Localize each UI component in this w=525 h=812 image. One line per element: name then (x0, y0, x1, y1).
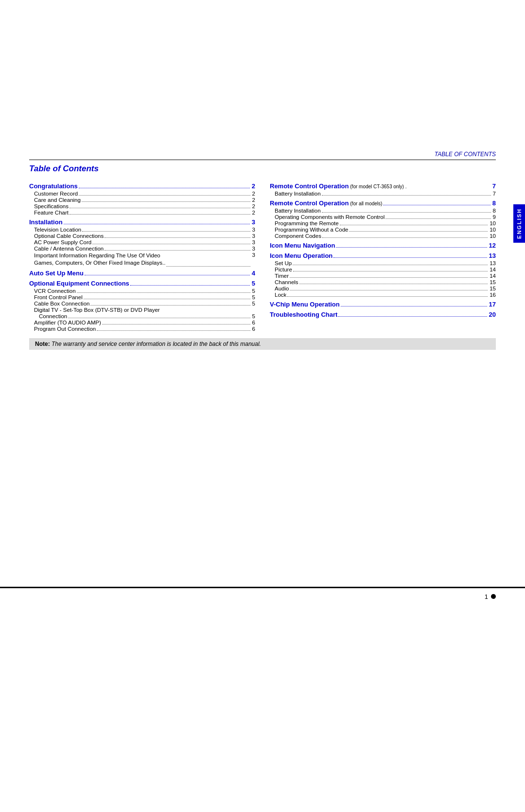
toc-battery-install-2: Battery Installation 8 (270, 208, 496, 214)
top-space (0, 0, 525, 146)
toc-tv-location: Television Location 3 (29, 227, 255, 233)
toc-digital-tv-label: Digital TV - Set-Top Box (DTV-STB) or DV… (29, 307, 255, 313)
toc-connection: Connection 5 (29, 313, 255, 319)
toc-amplifier: Amplifier (TO AUDIO AMP) 6 (29, 320, 255, 325)
toc-setup: Set Up 13 (270, 260, 496, 266)
note-label: Note: (35, 341, 50, 347)
language-tab: ENGLISH (513, 204, 525, 243)
page-bullet (491, 594, 496, 599)
toc-customer-record: Customer Record 2 (29, 191, 255, 197)
note-box: Note: The warranty and service center in… (29, 338, 496, 350)
toc-video-games-info: Important Information Regarding The Use … (29, 252, 255, 267)
toc-troubleshooting-heading: Troubleshooting Chart 20 (270, 311, 496, 318)
toc-congratulations-heading: Congratulations 2 (29, 182, 255, 190)
toc-icon-menu-op-heading: Icon Menu Operation 13 (270, 252, 496, 259)
page-number: 1 (485, 593, 488, 600)
toc-cable-box: Cable Box Connection 5 (29, 301, 255, 307)
toc-header-label: TABLE OF CONTENTS (29, 151, 496, 158)
bottom-divider (0, 587, 525, 588)
toc-operating-components: Operating Components with Remote Control… (270, 214, 496, 220)
toc-component-codes: Component Codes 10 (270, 233, 496, 239)
toc-care-cleaning: Care and Cleaning 2 (29, 197, 255, 203)
toc-installation-heading: Installation 3 (29, 218, 255, 226)
toc-feature-chart: Feature Chart 2 (29, 210, 255, 216)
top-divider (29, 160, 496, 160)
toc-lock: Lock 16 (270, 292, 496, 298)
toc-timer: Timer 14 (270, 273, 496, 279)
toc-right-column: Remote Control Operation (for model CT-3… (270, 180, 496, 332)
toc-icon-menu-nav-heading: Icon Menu Navigation 12 (270, 242, 496, 249)
note-text: The warranty and service center informat… (52, 341, 261, 347)
bottom-space: 1 (0, 350, 525, 617)
toc-vcr-connection: VCR Connection 5 (29, 288, 255, 294)
toc-programming-remote: Programming the Remote 10 (270, 220, 496, 226)
toc-audio: Audio 15 (270, 286, 496, 291)
toc-columns: Congratulations 2 Customer Record 2 Care… (29, 180, 496, 332)
toc-left-column: Congratulations 2 Customer Record 2 Care… (29, 180, 255, 332)
congratulations-dots (79, 183, 250, 188)
toc-programming-no-code: Programming Without a Code 10 (270, 227, 496, 233)
page: ENGLISH TABLE OF CONTENTS Table of Conte… (0, 0, 525, 812)
toc-specifications: Specifications 2 (29, 203, 255, 209)
toc-optional-cable: Optional Cable Connections 3 (29, 233, 255, 239)
toc-vchip-heading: V-Chip Menu Operation 17 (270, 301, 496, 308)
toc-front-control: Front Control Panel 5 (29, 294, 255, 300)
toc-program-out: Program Out Connection 6 (29, 326, 255, 332)
content-area: TABLE OF CONTENTS Table of Contents Cong… (29, 146, 496, 350)
toc-channels: Channels 15 (270, 279, 496, 285)
toc-picture: Picture 14 (270, 267, 496, 272)
toc-header-text: TABLE OF CONTENTS (435, 151, 496, 158)
toc-cable-antenna: Cable / Antenna Connection 3 (29, 246, 255, 252)
toc-title: Table of Contents (29, 164, 496, 174)
congratulations-label: Congratulations (29, 182, 78, 190)
tab-label: ENGLISH (516, 208, 522, 239)
toc-remote-all-models-heading: Remote Control Operation (for all models… (270, 199, 496, 207)
toc-remote-ct3653-heading: Remote Control Operation (for model CT-3… (270, 182, 496, 190)
toc-battery-install-1: Battery Installation 7 (270, 191, 496, 197)
toc-ac-power: AC Power Supply Cord 3 (29, 239, 255, 245)
toc-auto-setup-heading: Auto Set Up Menu 4 (29, 270, 255, 277)
page-number-area: 1 (485, 593, 496, 600)
toc-optional-equipment-heading: Optional Equipment Connections 5 (29, 280, 255, 287)
congratulations-page: 2 (252, 182, 255, 190)
